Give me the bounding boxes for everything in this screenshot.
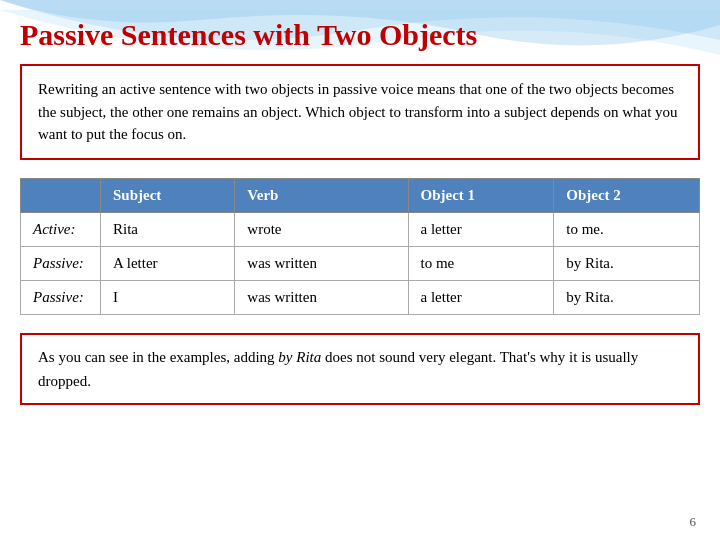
note-italic: by Rita: [278, 349, 321, 365]
table-row: Passive: A letter was written to me by R…: [21, 246, 700, 280]
page-number: 6: [690, 514, 697, 530]
cell-subject-0: Rita: [101, 212, 235, 246]
page-title: Passive Sentences with Two Objects: [20, 18, 700, 52]
cell-obj1-1: to me: [408, 246, 554, 280]
intro-box: Rewriting an active sentence with two ob…: [20, 64, 700, 160]
row-label-active: Active:: [21, 212, 101, 246]
intro-text: Rewriting an active sentence with two ob…: [38, 81, 678, 142]
row-label-passive2: Passive:: [21, 280, 101, 314]
cell-obj2-0: to me.: [554, 212, 700, 246]
col-header-object2: Object 2: [554, 178, 700, 212]
col-header-object1: Object 1: [408, 178, 554, 212]
col-header-verb: Verb: [235, 178, 408, 212]
col-header-empty: [21, 178, 101, 212]
note-box: As you can see in the examples, adding b…: [20, 333, 700, 405]
cell-obj1-2: a letter: [408, 280, 554, 314]
table-header-row: Subject Verb Object 1 Object 2: [21, 178, 700, 212]
table-row: Passive: I was written a letter by Rita.: [21, 280, 700, 314]
cell-subject-1: A letter: [101, 246, 235, 280]
cell-verb-0: wrote: [235, 212, 408, 246]
table-row: Active: Rita wrote a letter to me.: [21, 212, 700, 246]
row-label-passive1: Passive:: [21, 246, 101, 280]
cell-obj2-1: by Rita.: [554, 246, 700, 280]
cell-verb-2: was written: [235, 280, 408, 314]
note-text-before: As you can see in the examples, adding: [38, 349, 278, 365]
cell-obj2-2: by Rita.: [554, 280, 700, 314]
cell-verb-1: was written: [235, 246, 408, 280]
cell-obj1-0: a letter: [408, 212, 554, 246]
col-header-subject: Subject: [101, 178, 235, 212]
cell-subject-2: I: [101, 280, 235, 314]
grammar-table: Subject Verb Object 1 Object 2 Active: R…: [20, 178, 700, 315]
